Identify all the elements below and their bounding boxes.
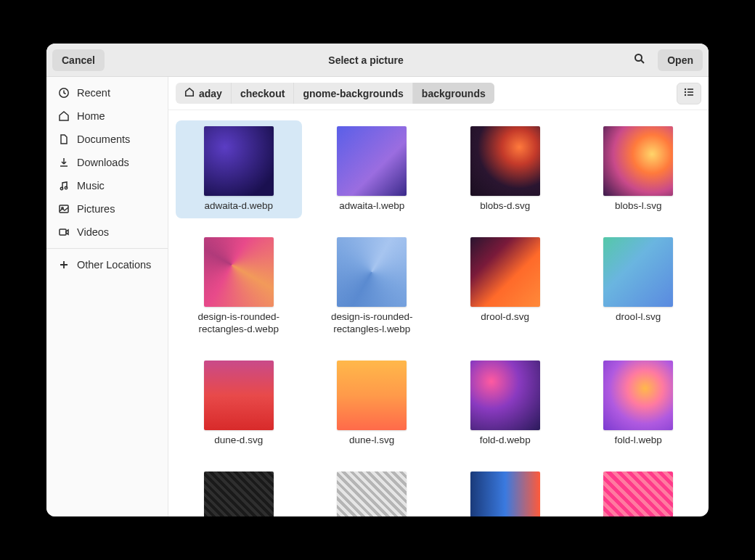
file-thumbnail: [603, 126, 673, 196]
path-segment-current[interactable]: backgrounds: [413, 83, 494, 104]
file-item[interactable]: dune-d.svg: [176, 355, 302, 453]
svg-rect-13: [687, 94, 693, 96]
file-label: design-is-rounded-rectangles-l.webp: [321, 311, 423, 336]
documents-icon: [58, 133, 70, 145]
file-label: drool-d.svg: [481, 311, 529, 324]
file-grid: adwaita-d.webpadwaita-l.webpblobs-d.svgb…: [176, 120, 701, 516]
path-segment-label: gnome-backgrounds: [303, 88, 403, 99]
sidebar-item-pictures[interactable]: Pictures: [46, 197, 168, 221]
sidebar-item-label: Music: [77, 180, 105, 192]
music-icon: [58, 180, 70, 192]
file-thumbnail: [204, 237, 274, 307]
file-item[interactable]: dune-l.svg: [309, 355, 436, 453]
svg-line-1: [641, 60, 644, 63]
path-segment-label: aday: [199, 88, 222, 99]
sidebar-item-label: Videos: [77, 226, 109, 238]
file-thumbnail: [603, 237, 673, 307]
cancel-button[interactable]: Cancel: [52, 49, 105, 71]
sidebar-item-label: Documents: [77, 133, 130, 145]
svg-point-10: [685, 91, 686, 92]
svg-point-4: [65, 186, 67, 189]
svg-rect-9: [687, 88, 693, 90]
sidebar-item-other-locations[interactable]: Other Locations: [46, 253, 168, 276]
file-thumbnail: [603, 361, 673, 430]
body: Recent Home Documents Downloads: [46, 77, 709, 516]
file-thumbnail: [337, 237, 407, 307]
videos-icon: [58, 226, 70, 238]
path-segment[interactable]: gnome-backgrounds: [294, 83, 412, 104]
svg-point-12: [685, 94, 686, 95]
sidebar: Recent Home Documents Downloads: [46, 77, 168, 516]
file-item[interactable]: [176, 466, 302, 517]
file-label: fold-d.webp: [480, 435, 531, 447]
file-item[interactable]: [442, 466, 568, 517]
downloads-icon: [58, 157, 70, 168]
pathbar: aday checkout gnome-backgrounds backgrou…: [176, 83, 494, 104]
file-label: dune-d.svg: [214, 435, 263, 447]
content-area: aday checkout gnome-backgrounds backgrou…: [168, 77, 709, 516]
file-thumbnail: [603, 472, 673, 517]
sidebar-item-label: Pictures: [77, 203, 115, 215]
sidebar-item-videos[interactable]: Videos: [46, 221, 168, 244]
file-label: dune-l.svg: [349, 435, 394, 447]
file-thumbnail: [470, 472, 540, 517]
sidebar-item-label: Downloads: [77, 157, 129, 168]
path-segment-label: checkout: [240, 88, 285, 99]
file-label: design-is-rounded-rectangles-d.webp: [188, 311, 290, 336]
sidebar-separator: [46, 248, 168, 249]
pictures-icon: [58, 203, 70, 215]
file-item[interactable]: blobs-d.svg: [442, 120, 568, 218]
sidebar-item-documents[interactable]: Documents: [46, 128, 168, 151]
open-button[interactable]: Open: [658, 49, 703, 71]
sidebar-item-recent[interactable]: Recent: [46, 81, 168, 104]
file-thumbnail: [470, 361, 540, 430]
sidebar-item-label: Recent: [77, 87, 110, 99]
file-thumbnail: [470, 237, 540, 307]
sidebar-item-label: Other Locations: [77, 259, 151, 271]
sidebar-item-downloads[interactable]: Downloads: [46, 151, 168, 174]
file-item[interactable]: drool-l.svg: [576, 231, 702, 342]
file-item[interactable]: design-is-rounded-rectangles-l.webp: [309, 231, 436, 342]
file-item[interactable]: [309, 466, 436, 517]
file-thumbnail: [204, 472, 274, 517]
file-item[interactable]: adwaita-d.webp: [176, 120, 302, 218]
file-thumbnail: [337, 361, 407, 430]
list-view-icon: [683, 86, 695, 101]
svg-point-8: [685, 88, 686, 89]
file-label: adwaita-d.webp: [204, 200, 273, 213]
file-thumbnail: [337, 472, 407, 517]
file-item[interactable]: fold-d.webp: [442, 355, 568, 453]
file-label: drool-l.svg: [616, 311, 661, 324]
sidebar-item-home[interactable]: Home: [46, 104, 168, 128]
svg-point-3: [60, 187, 62, 189]
file-item[interactable]: blobs-l.svg: [576, 120, 702, 218]
file-item[interactable]: [576, 466, 702, 517]
file-thumbnail: [470, 126, 540, 196]
path-segment-home[interactable]: aday: [176, 83, 232, 104]
plus-icon: [58, 259, 70, 271]
svg-rect-7: [60, 229, 66, 235]
home-icon: [184, 87, 195, 99]
path-segment-label: backgrounds: [422, 88, 486, 99]
search-icon: [634, 53, 645, 67]
file-label: blobs-l.svg: [615, 200, 662, 213]
path-segment[interactable]: checkout: [232, 83, 294, 104]
sidebar-item-music[interactable]: Music: [46, 174, 168, 197]
file-item[interactable]: fold-l.webp: [576, 355, 702, 453]
search-button[interactable]: [627, 48, 652, 73]
file-thumbnail: [204, 361, 274, 430]
file-label: blobs-d.svg: [480, 200, 530, 213]
svg-rect-11: [687, 91, 693, 93]
window-title: Select a picture: [110, 54, 621, 66]
file-grid-scroll[interactable]: adwaita-d.webpadwaita-l.webpblobs-d.svgb…: [168, 110, 709, 516]
view-mode-button[interactable]: [677, 83, 701, 104]
sidebar-item-label: Home: [77, 110, 105, 122]
header-bar: Cancel Select a picture Open: [46, 44, 709, 77]
file-item[interactable]: drool-d.svg: [442, 231, 568, 342]
file-chooser-window: Cancel Select a picture Open Recent: [46, 44, 709, 516]
file-item[interactable]: design-is-rounded-rectangles-d.webp: [176, 231, 302, 342]
clock-icon: [58, 87, 70, 99]
file-label: fold-l.webp: [615, 435, 662, 447]
file-thumbnail: [337, 126, 407, 196]
file-item[interactable]: adwaita-l.webp: [309, 120, 436, 218]
